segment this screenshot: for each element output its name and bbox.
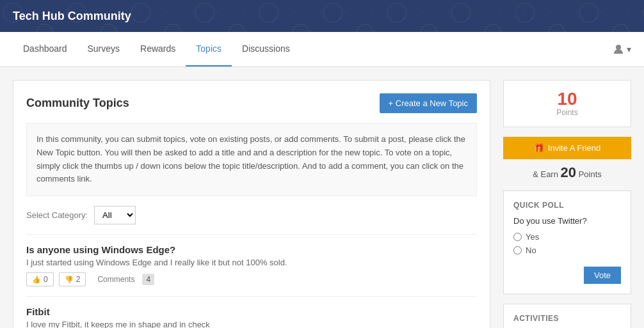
user-dropdown-arrow: ▾ [627,44,631,54]
invite-card: 🎁 Invite A Friend & Earn 20 Points [503,137,631,181]
topic-title: Is anyone using Windows Edge? [26,244,477,255]
page-title: Community Topics [26,97,129,110]
topics-header: Community Topics + Create a New Topic [26,93,477,113]
thumbs-up-icon [32,275,41,284]
topic-item: Fitbit I love my Fitbit, it keeps me in … [26,296,477,328]
upvote-button[interactable]: 0 [26,272,54,286]
app-title: Tech Hub Community [13,10,131,23]
category-label: Select Category: [26,210,88,220]
topic-description: I just started using Windows Edge and I … [26,258,477,267]
poll-vote-button[interactable]: Vote [584,267,621,284]
thumbs-down-icon [65,275,74,284]
poll-option-no-label: No [526,246,536,255]
invite-friend-button[interactable]: 🎁 Invite A Friend [503,137,631,159]
poll-option-yes: Yes [513,232,621,242]
category-select[interactable]: All [94,206,136,224]
activities-card: ACTIVITIES Cyndia Chambers, joined Tech … [503,304,631,328]
poll-radio-no[interactable] [513,246,522,254]
nav-topics[interactable]: Topics [186,32,232,66]
earn-amount: 20 [561,164,576,180]
poll-option-yes-label: Yes [526,232,539,242]
points-card: 10 Points [503,80,631,127]
nav-surveys[interactable]: Surveys [77,32,131,66]
category-filter-row: Select Category: All [26,206,477,224]
poll-section-title: QUICK POLL [513,201,621,210]
earn-description: & Earn 20 Points [503,164,631,181]
activities-section-title: ACTIVITIES [513,314,621,323]
points-value: 10 [513,90,621,108]
nav-links: Dashboard Surveys Rewards Topics Discuss… [13,32,300,66]
comments-count: 4 [142,274,154,285]
header: Tech Hub Community [0,0,644,32]
nav-discussions[interactable]: Discussions [232,32,300,66]
main-layout: Community Topics + Create a New Topic In… [0,67,644,328]
upvote-count: 0 [44,275,48,284]
nav-rewards[interactable]: Rewards [130,32,186,66]
topic-title: Fitbit [26,306,477,317]
nav-dashboard[interactable]: Dashboard [13,32,77,66]
topic-actions: 0 2 Comments 4 [26,272,477,286]
earn-suffix: Points [579,169,602,179]
downvote-count: 2 [76,275,81,284]
invite-btn-label: Invite A Friend [548,143,600,153]
poll-option-no: No [513,246,621,255]
create-topic-button[interactable]: + Create a New Topic [380,93,477,113]
topic-item: Is anyone using Windows Edge? I just sta… [26,234,477,296]
navigation: Dashboard Surveys Rewards Topics Discuss… [0,32,644,67]
quick-poll-card: QUICK POLL Do you use Twitter? Yes No Vo… [503,191,631,294]
poll-radio-yes[interactable] [513,233,522,241]
svg-point-0 [616,45,621,50]
gift-icon: 🎁 [534,143,544,153]
info-description: In this community, you can submit topics… [26,123,477,196]
downvote-button[interactable]: 2 [59,272,86,286]
points-label: Points [513,108,621,117]
topic-description: I love my Fitbit, it keeps me in shape a… [26,320,477,328]
poll-question: Do you use Twitter? [513,216,621,226]
user-icon [613,43,624,55]
comments-label[interactable]: Comments [97,275,134,284]
topics-panel: Community Topics + Create a New Topic In… [13,80,490,328]
earn-prefix: & Earn [533,169,558,179]
sidebar: 10 Points 🎁 Invite A Friend & Earn 20 Po… [503,80,631,328]
user-menu[interactable]: ▾ [613,43,631,55]
